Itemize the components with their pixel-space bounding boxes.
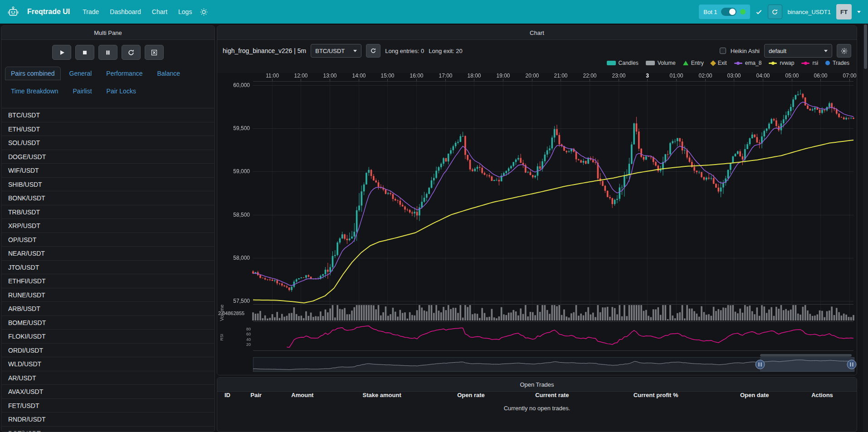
legend-rvwap[interactable]: rvwap	[769, 60, 794, 66]
pair-row-dot-usdt[interactable]: DOT/USDT	[2, 427, 214, 432]
play-icon	[58, 49, 65, 56]
reload-bot-button[interactable]	[768, 5, 782, 19]
exit-swatch-icon	[710, 60, 716, 66]
tab-pair-locks[interactable]: Pair Locks	[101, 84, 142, 98]
pair-row-rune-usdt[interactable]: RUNE/USDT	[2, 288, 214, 302]
pair-row-btc-usdt[interactable]: BTC/USDT	[2, 108, 214, 122]
pause-button[interactable]	[98, 45, 117, 60]
volume-swatch-icon	[646, 61, 655, 65]
plot-config-select[interactable]: default	[764, 44, 832, 58]
pair-row-fet-usdt[interactable]: FET/USDT	[2, 399, 214, 413]
chevron-down-icon[interactable]	[857, 11, 861, 13]
long-entries-label: Long entries: 0	[385, 48, 424, 54]
heikin-ashi-label: Heikin Ashi	[731, 48, 760, 54]
pair-select[interactable]: BTC/USDT	[311, 44, 361, 58]
tab-pairlist[interactable]: Pairlist	[67, 84, 98, 98]
pair-row-shib-usdt[interactable]: SHIB/USDT	[2, 178, 214, 192]
pair-row-xrp-usdt[interactable]: XRP/USDT	[2, 219, 214, 233]
legend-exit[interactable]: Exit	[711, 60, 727, 66]
multi-pane-header: Multi Pane	[1, 26, 215, 40]
rsi-swatch-icon	[801, 63, 809, 64]
refresh-button[interactable]	[122, 45, 141, 60]
scrollbar-thumb[interactable]	[864, 24, 867, 69]
price-chart-canvas[interactable]	[217, 73, 857, 375]
user-avatar[interactable]: FT	[836, 4, 852, 19]
theme-toggle-icon[interactable]	[200, 8, 208, 16]
pair-row-rndr-usdt[interactable]: RNDR/USDT	[2, 413, 214, 427]
pair-row-jto-usdt[interactable]: JTO/USDT	[2, 261, 214, 275]
pair-row-sol-usdt[interactable]: SOL/USDT	[2, 136, 214, 150]
pair-row-ordi-usdt[interactable]: ORDI/USDT	[2, 344, 214, 358]
chart-panel-header: Chart	[217, 26, 857, 40]
pair-row-trb-usdt[interactable]: TRB/USDT	[2, 205, 214, 219]
bot-online-dot	[740, 9, 746, 15]
play-button[interactable]	[52, 45, 71, 60]
tabs-row-2: Time BreakdownPairlistPair Locks	[5, 84, 211, 98]
bot-label: Bot 1	[703, 9, 717, 15]
chart-legend: CandlesVolumeEntryExitema_8rvwaprsiTrade…	[224, 58, 849, 68]
page-scrollbar[interactable]	[863, 24, 868, 432]
stop-button[interactable]	[75, 45, 94, 60]
pair-list: BTC/USDTETH/USDTSOL/USDTDOGE/USDTWIF/USD…	[2, 108, 214, 432]
column-open-rate: Open rate	[457, 392, 535, 403]
tab-pairs-combined[interactable]: Pairs combined	[5, 67, 61, 80]
pair-row-bome-usdt[interactable]: BOME/USDT	[2, 316, 214, 330]
tab-general[interactable]: General	[63, 67, 98, 80]
pair-row-ethfi-usdt[interactable]: ETHFI/USDT	[2, 274, 214, 288]
tab-time-breakdown[interactable]: Time Breakdown	[5, 84, 64, 98]
pair-row-wif-usdt[interactable]: WIF/USDT	[2, 164, 214, 178]
candles-swatch-icon	[607, 61, 616, 65]
column-pair: Pair	[250, 392, 291, 403]
chart-toolbar-right: Heikin Ashi default	[720, 44, 851, 58]
legend-rsi[interactable]: rsi	[801, 60, 818, 66]
open-trades-header: Open Trades	[217, 378, 857, 392]
bot-toggle[interactable]	[721, 8, 736, 16]
column-open-date: Open date	[740, 392, 811, 403]
legend-entry[interactable]: Entry	[683, 60, 704, 66]
pair-row-doge-usdt[interactable]: DOGE/USDT	[2, 150, 214, 164]
stop-icon	[81, 49, 88, 56]
navbar: Freqtrade UI TradeDashboardChartLogs Bot…	[0, 0, 868, 24]
open-trades-empty-text: Currently no open trades.	[217, 405, 857, 412]
legend-candles[interactable]: Candles	[607, 60, 639, 66]
legend-label: Entry	[691, 60, 704, 66]
heikin-ashi-checkbox[interactable]	[720, 48, 726, 54]
bot-selector[interactable]: Bot 1	[699, 5, 750, 19]
pair-row-wld-usdt[interactable]: WLD/USDT	[2, 357, 214, 371]
tab-balance[interactable]: Balance	[151, 67, 186, 80]
app-title: Freqtrade UI	[27, 8, 70, 16]
pair-row-ar-usdt[interactable]: AR/USDT	[2, 371, 214, 385]
freqtrade-logo-icon	[7, 6, 19, 18]
check-icon	[756, 9, 762, 15]
rvwap-swatch-icon	[769, 63, 777, 64]
plot-settings-button[interactable]	[837, 44, 851, 58]
open-trades-panel: Open Trades IDPairAmountStake amountOpen…	[217, 377, 857, 432]
column-current-profit-: Current profit %	[634, 392, 740, 403]
pair-row-op-usdt[interactable]: OP/USDT	[2, 233, 214, 247]
nav-item-trade[interactable]: Trade	[83, 8, 99, 15]
pair-row-avax-usdt[interactable]: AVAX/USDT	[2, 385, 214, 399]
chevron-down-icon	[824, 50, 828, 52]
pair-row-near-usdt[interactable]: NEAR/USDT	[2, 247, 214, 261]
bot-controls	[1, 45, 215, 60]
pair-row-floki-usdt[interactable]: FLOKI/USDT	[2, 330, 214, 344]
pair-row-eth-usdt[interactable]: ETH/USDT	[2, 122, 214, 136]
nav-item-dashboard[interactable]: Dashboard	[110, 8, 141, 15]
pair-row-arb-usdt[interactable]: ARB/USDT	[2, 302, 214, 316]
nav-item-chart[interactable]: Chart	[152, 8, 167, 15]
refresh-chart-button[interactable]	[366, 44, 380, 58]
legend-label: Trades	[833, 60, 849, 66]
tabs-row-1: Pairs combinedGeneralPerformanceBalance	[5, 67, 211, 80]
nav-item-logs[interactable]: Logs	[178, 8, 192, 15]
refresh-icon	[127, 49, 135, 56]
discard-chart-button[interactable]	[145, 45, 164, 60]
pair-row-bonk-usdt[interactable]: BONK/USDT	[2, 191, 214, 205]
legend-ema-8[interactable]: ema_8	[734, 60, 762, 66]
legend-trades[interactable]: Trades	[825, 60, 849, 66]
column-current-rate: Current rate	[535, 392, 634, 403]
legend-volume[interactable]: Volume	[646, 60, 676, 66]
trades-swatch-icon	[825, 61, 830, 65]
tab-performance[interactable]: Performance	[100, 67, 148, 80]
strategy-label: high_frog_binance_v226 | 5m	[223, 47, 306, 54]
open-trades-columns: IDPairAmountStake amountOpen rateCurrent…	[217, 392, 857, 403]
